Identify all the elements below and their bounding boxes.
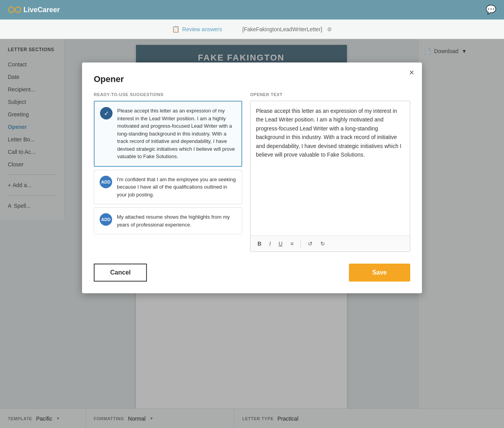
- document-icon: 📋: [172, 25, 180, 33]
- text-panel: OPENER TEXT Please accept this letter as…: [250, 92, 410, 252]
- logo-icon: ⬡⬡: [8, 5, 21, 14]
- save-button[interactable]: Save: [349, 264, 410, 282]
- opener-text-label: OPENER TEXT: [250, 92, 410, 97]
- bold-button[interactable]: B: [255, 239, 264, 248]
- main-layout: Letter sections Contact Date Recipient..…: [0, 39, 504, 428]
- sub-header: 📋 Review answers [FakeFakingtonLeadWrite…: [0, 20, 504, 39]
- modal-footer: Cancel Save: [94, 264, 410, 282]
- suggestions-label: Ready-to-use suggestions: [94, 92, 242, 97]
- modal-body: Ready-to-use suggestions ✓ Please accept…: [94, 92, 410, 252]
- redo-button[interactable]: ↻: [318, 239, 327, 248]
- check-circle-icon: ✓: [100, 107, 113, 119]
- modal-close-button[interactable]: ×: [409, 68, 414, 77]
- suggestion-text-2: I'm confident that I am the employee you…: [117, 176, 236, 199]
- list-button[interactable]: ≡: [288, 239, 296, 248]
- opener-textarea-container: Please accept this letter as an expressi…: [250, 101, 410, 252]
- review-answers-link[interactable]: 📋 Review answers: [172, 25, 222, 33]
- suggestion-text-3: My attached resume shows the highlights …: [117, 213, 236, 228]
- doc-title: [FakeFakingtonLeadWriterLetter]: [242, 26, 322, 32]
- undo-button[interactable]: ↺: [306, 239, 315, 248]
- suggestion-item-3[interactable]: ADD My attached resume shows the highlig…: [94, 207, 242, 234]
- sub-header-center: 📋 Review answers [FakeFakingtonLeadWrite…: [172, 25, 332, 33]
- underline-button[interactable]: U: [276, 239, 285, 248]
- italic-button[interactable]: I: [267, 239, 273, 248]
- modal-overlay: × Opener Ready-to-use suggestions ✓ Plea…: [0, 39, 504, 428]
- modal-title: Opener: [94, 74, 410, 84]
- cancel-button[interactable]: Cancel: [94, 264, 147, 282]
- review-answers-label: Review answers: [182, 26, 222, 32]
- toolbar-divider: [300, 240, 301, 247]
- suggestion-item-1[interactable]: ✓ Please accept this letter as an expres…: [94, 101, 242, 167]
- suggestions-panel: Ready-to-use suggestions ✓ Please accept…: [94, 92, 242, 252]
- textarea-toolbar: B I U ≡ ↺ ↻: [250, 235, 410, 251]
- logo: ⬡⬡ LiveCareer: [8, 5, 60, 14]
- chat-icon[interactable]: 💬: [486, 5, 496, 15]
- app-header: ⬡⬡ LiveCareer 💬: [0, 0, 504, 20]
- opener-textarea[interactable]: Please accept this letter as an expressi…: [250, 101, 410, 234]
- gear-icon[interactable]: ⚙: [327, 26, 332, 32]
- add-circle-icon-3: ADD: [100, 213, 112, 226]
- add-circle-icon-2: ADD: [100, 176, 112, 188]
- opener-modal: × Opener Ready-to-use suggestions ✓ Plea…: [82, 62, 422, 293]
- suggestion-item-2[interactable]: ADD I'm confident that I am the employee…: [94, 170, 242, 205]
- suggestion-text-1: Please accept this letter as an expressi…: [117, 107, 236, 160]
- logo-text: LiveCareer: [23, 6, 60, 14]
